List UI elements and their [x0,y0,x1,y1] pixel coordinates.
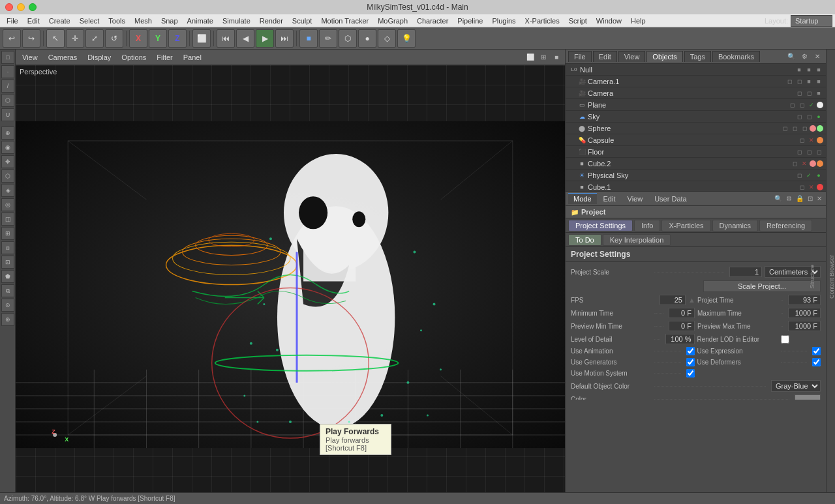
flag-fl-2[interactable]: ◻ [804,147,813,156]
flag-sky-2[interactable]: ◻ [804,112,813,121]
tool-7[interactable]: ◫ [1,213,14,226]
menu-create[interactable]: Create [45,16,74,26]
vp-menu-cameras[interactable]: Cameras [44,52,82,63]
obj-row-sky[interactable]: ☁ Sky ◻ ◻ ● [566,111,826,123]
toolbar-sphere[interactable]: ● [358,29,376,48]
side-label-content[interactable]: Content Browser [828,255,835,299]
input-min-time[interactable] [669,308,695,318]
flag-plane-2[interactable]: ◻ [797,100,806,110]
menu-tools[interactable]: Tools [104,16,129,26]
flag-c1b-x[interactable]: ✕ [807,183,816,192]
tool-11[interactable]: ⬟ [1,270,14,283]
menu-character[interactable]: Character [413,16,452,26]
obj-tab-tags[interactable]: Tags [684,51,711,62]
menu-file[interactable]: File [3,16,22,26]
tool-14[interactable]: ⊛ [1,313,14,326]
toolbar-render-region[interactable]: ⬜ [192,29,211,48]
flag-sph-1[interactable]: ◻ [780,124,789,133]
obj-tab-view[interactable]: View [618,51,646,62]
toolbar-play-fwd[interactable]: ▶ [256,29,274,48]
flag-gray3[interactable]: ■ [814,65,823,74]
toolbar-play-back[interactable]: ◀ [236,29,254,48]
toolbar-y-axis[interactable]: Y [149,29,167,48]
obj-row-sphere[interactable]: ⬤ Sphere ◻ ◻ ◻ [566,123,826,134]
toolbar-prev-frame[interactable]: ⏮ [217,29,235,48]
menu-snap[interactable]: Snap [157,16,182,26]
side-label-structure[interactable]: Structure [809,265,815,289]
flag-sky-dot[interactable]: ● [814,112,823,121]
flag-sph-2[interactable]: ◻ [790,124,799,133]
vp-menu-display[interactable]: Display [84,52,115,63]
props-sec-tab-xparticles[interactable]: X-Particles [661,220,710,231]
checkbox-use-generators[interactable] [686,358,695,366]
toolbar-next-frame[interactable]: ⏭ [275,29,294,48]
tool-3[interactable]: ✥ [1,155,14,168]
vp-menu-view[interactable]: View [18,52,42,63]
checkbox-use-motion-system[interactable] [686,369,695,378]
flag-sph-3[interactable]: ◻ [800,124,809,133]
menu-pipeline[interactable]: Pipeline [453,16,487,26]
obj-row-plane[interactable]: ▭ Plane ◻ ◻ ✓ [566,99,826,111]
flag-fl-1[interactable]: ◻ [795,147,804,156]
obj-row-physical-sky[interactable]: ☀ Physical Sky ◻ ✓ ● [566,170,826,181]
minimize-button[interactable] [17,3,25,11]
props-restore-icon[interactable]: ⊡ [806,194,814,203]
flag-c1-3[interactable]: ■ [804,77,813,86]
tool-uvw[interactable]: U [1,108,14,121]
toolbar-select[interactable]: ↖ [46,29,65,48]
tool-5[interactable]: ◈ [1,184,14,197]
props-lock-icon[interactable]: 🔒 [795,194,805,203]
checkbox-render-lod[interactable] [781,335,789,344]
tool-polys[interactable]: ⬡ [1,94,14,107]
flag-c1b-1[interactable]: ◻ [797,183,806,192]
toolbar-redo[interactable]: ↪ [22,29,40,48]
obj-row-camera[interactable]: 🎥 Camera ◻ ◻ ■ [566,87,826,99]
menu-select[interactable]: Select [76,16,104,26]
props-tert-tab-keyinterp[interactable]: Key Interpolation [603,234,671,246]
layout-selector[interactable]: Layout: Startup [765,15,832,27]
props-tab-edit[interactable]: Edit [598,194,621,204]
props-tab-view[interactable]: View [622,194,648,204]
vp-tool-nav[interactable]: ⬜ [524,52,536,63]
flag-c2-x[interactable]: ✕ [800,159,809,168]
flag-cam-1[interactable]: ◻ [795,89,804,98]
flag-cam-3[interactable]: ■ [814,89,823,98]
obj-tab-edit[interactable]: Edit [593,51,617,62]
checkbox-use-animation[interactable] [686,347,695,355]
vp-menu-panel[interactable]: Panel [179,52,205,63]
color-picker[interactable] [795,394,821,400]
input-preview-min[interactable] [669,321,695,331]
menu-window[interactable]: Window [592,16,626,26]
flag-cap-1[interactable]: ◻ [797,136,806,145]
vp-menu-options[interactable]: Options [117,52,150,63]
toolbar-cube[interactable]: ■ [299,29,318,48]
tool-13[interactable]: ⊙ [1,299,14,312]
obj-row-cube1[interactable]: ■ Cube.1 ◻ ✕ [566,181,826,191]
menu-sculpt[interactable]: Sculpt [288,16,316,26]
select-obj-color[interactable]: Gray-Blue [771,380,821,392]
props-close-icon[interactable]: ✕ [815,194,823,203]
props-sec-tab-info[interactable]: Info [634,220,660,231]
toolbar-x-axis[interactable]: X [129,29,147,48]
viewport-3d[interactable]: Perspective [16,65,565,504]
tool-2[interactable]: ◉ [1,141,14,154]
input-project-time[interactable] [788,295,821,305]
toolbar-move[interactable]: ✛ [66,29,84,48]
flag-c1-4[interactable]: ■ [814,77,823,86]
flag-ps-1[interactable]: ◻ [795,171,804,180]
obj-search-icon[interactable]: 🔍 [785,51,797,63]
toolbar-wrap[interactable]: ⬡ [339,29,357,48]
menu-mesh[interactable]: Mesh [130,16,156,26]
menu-plugins[interactable]: Plugins [488,16,519,26]
props-tert-tab-todo[interactable]: To Do [568,234,601,246]
tool-edges[interactable]: / [1,80,14,93]
flag-gray2[interactable]: ■ [804,65,813,74]
flag-c2-1[interactable]: ◻ [790,159,799,168]
flag-cap-x[interactable]: ✕ [807,136,816,145]
input-lod[interactable] [665,334,695,344]
props-sec-tab-referencing[interactable]: Referencing [759,220,812,231]
vp-menu-filter[interactable]: Filter [153,52,176,63]
obj-row-floor[interactable]: ⬛ Floor ◻ ◻ ◻ [566,146,826,158]
flag-sky-1[interactable]: ◻ [795,112,804,121]
menu-animate[interactable]: Animate [183,16,217,26]
